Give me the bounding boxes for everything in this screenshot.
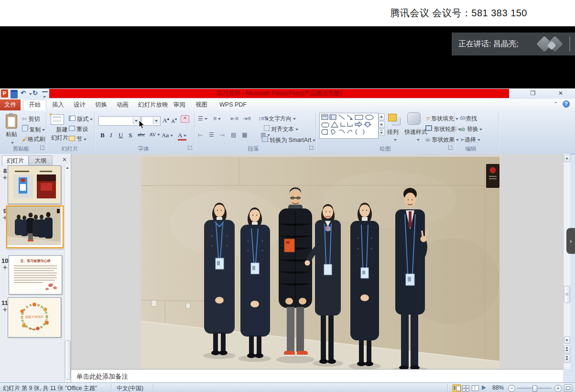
normal-view-button[interactable] (452, 384, 461, 392)
shapes-scroll-up[interactable] (379, 113, 385, 120)
change-case-button[interactable]: Aa (162, 131, 173, 139)
bold-button[interactable]: B (100, 131, 105, 139)
layout-button[interactable]: 版式 (69, 115, 93, 123)
grow-font-button[interactable]: A▴ (163, 116, 169, 124)
panel-tab-outline[interactable]: 大纲 (29, 155, 53, 166)
align-right-button[interactable]: ⟞ (220, 131, 225, 138)
zoom-slider-track[interactable] (517, 388, 552, 389)
language-indicator[interactable]: 中文(中国) (117, 384, 143, 392)
scroll-up-button[interactable] (564, 155, 570, 162)
zoom-in-button[interactable]: + (554, 385, 562, 392)
tab-transitions[interactable]: 切换 (90, 99, 112, 110)
reset-button[interactable]: 重设 (69, 125, 88, 133)
theme-name[interactable]: "Office 主题" (65, 384, 97, 392)
tab-slideshow[interactable]: 幻灯片放映 (133, 99, 174, 110)
fit-to-window-button[interactable] (564, 384, 572, 392)
reading-view-button[interactable] (471, 384, 479, 391)
panel-tab-slides[interactable]: 幻灯片 (2, 155, 29, 165)
tab-file[interactable]: 文件 (0, 99, 21, 110)
notes-pane[interactable]: 单击此处添加备注 (71, 369, 563, 383)
font-dialog-launcher[interactable] (188, 145, 193, 150)
slide-10-thumbnail[interactable]: 五、实习收获与心得 (9, 255, 62, 294)
slide-9-thumbnail[interactable] (6, 206, 64, 248)
tab-wpspdf[interactable]: WPS PDF (214, 99, 252, 110)
tab-insert[interactable]: 插入 (47, 99, 69, 110)
clear-formatting-icon[interactable]: A (181, 115, 189, 123)
animation-star-icon[interactable] (2, 175, 8, 180)
slide-canvas[interactable] (71, 154, 563, 369)
tab-home[interactable]: 开始 (23, 99, 46, 111)
slide-sorter-view-button[interactable] (462, 384, 470, 391)
align-center-button[interactable]: ☰ (209, 131, 214, 138)
char-spacing-button[interactable]: AV (149, 131, 160, 137)
align-text-button[interactable]: 对齐文本 (264, 125, 298, 133)
font-color-button[interactable]: A (178, 131, 186, 141)
arrange-button[interactable]: 排列 (387, 128, 399, 143)
redo-button[interactable]: ↻ (33, 89, 40, 98)
text-direction-button[interactable]: ⇅文字方向 (264, 115, 296, 123)
save-button[interactable] (11, 90, 18, 98)
panel-close-icon[interactable]: ✕ (62, 156, 67, 163)
increase-indent-button[interactable]: ⇥≡ (243, 115, 251, 122)
shapes-more-button[interactable] (379, 129, 385, 136)
section-button[interactable]: 节 (69, 135, 87, 143)
align-left-button[interactable]: ⟝ (198, 131, 203, 138)
clipboard-dialog-launcher[interactable] (40, 145, 45, 150)
scroll-thumb[interactable] (564, 286, 570, 303)
tab-animations[interactable]: 动画 (111, 99, 134, 110)
format-painter-button[interactable]: 🖌︎格式刷 (22, 135, 45, 143)
font-name-combo[interactable] (98, 116, 141, 126)
italic-button[interactable]: I (110, 131, 112, 139)
underline-button[interactable]: U (119, 131, 123, 139)
quick-styles-button[interactable]: 快速样式 (404, 128, 427, 143)
animation-star-icon[interactable] (2, 307, 8, 312)
shape-effects-button[interactable]: 形状效果 (425, 136, 459, 144)
distributed-button[interactable]: ▦ (242, 131, 247, 138)
panel-scroll-up-icon[interactable] (66, 167, 69, 169)
meeting-panel-toggle[interactable]: › (566, 228, 575, 254)
shrink-font-button[interactable]: A▾ (171, 117, 177, 124)
animation-star-icon[interactable] (2, 265, 8, 270)
scroll-down-button[interactable] (564, 337, 570, 344)
minimize-button[interactable]: – (497, 89, 511, 98)
tab-design[interactable]: 设计 (68, 99, 91, 110)
replace-button[interactable]: ab 替换 (460, 125, 482, 133)
paragraph-dialog-launcher[interactable] (309, 145, 314, 150)
zoom-percentage[interactable]: 88% (492, 384, 504, 391)
zoom-slider-thumb[interactable] (532, 385, 537, 392)
slide-11-thumbnail[interactable]: 感谢大家聆听 (8, 297, 61, 338)
tab-view[interactable]: 视图 (190, 99, 213, 110)
decrease-indent-button[interactable]: ⇤≡ (230, 115, 239, 122)
previous-slide-button[interactable] (564, 345, 570, 354)
next-slide-button[interactable] (564, 354, 570, 363)
undo-dropdown[interactable] (28, 89, 32, 98)
panel-scrollbar[interactable] (64, 164, 71, 382)
chevron-down-icon[interactable] (153, 117, 160, 124)
shapes-scroll-down[interactable] (379, 121, 385, 128)
maximize-button[interactable]: ❐ (526, 89, 540, 98)
undo-button[interactable]: ↶ (21, 89, 28, 98)
zoom-out-button[interactable]: – (508, 385, 515, 392)
paste-button[interactable]: 粘贴 (6, 131, 17, 139)
shape-outline-button[interactable]: 形状轮廓 (425, 125, 461, 133)
close-button[interactable]: ✕ (553, 89, 568, 98)
strikethrough-button[interactable]: abc (138, 131, 145, 137)
slideshow-view-button[interactable] (481, 384, 489, 391)
find-button[interactable]: 👓︎查找 (460, 115, 477, 123)
copy-button[interactable]: 复制 (22, 125, 45, 134)
collapse-ribbon-icon[interactable]: ⌃ (553, 101, 558, 107)
slide-8-thumbnail[interactable] (8, 165, 61, 204)
help-icon[interactable]: ? (563, 100, 570, 108)
cut-button[interactable]: ✄ 剪切 (22, 115, 40, 123)
panel-scroll-thumb[interactable] (65, 340, 71, 380)
canvas-scrollbar[interactable] (563, 154, 570, 369)
shapes-gallery[interactable] (319, 113, 379, 139)
select-button[interactable]: ➢选择 (460, 136, 480, 144)
bullets-button[interactable]: ☰ (198, 115, 207, 122)
justify-button[interactable]: ▤ (231, 131, 236, 138)
smartart-button[interactable]: 转换为 SmartArt (262, 136, 315, 144)
shape-fill-button[interactable]: 🜄形状填充 (425, 115, 458, 123)
shadow-button[interactable]: S (129, 131, 132, 139)
tab-review[interactable]: 审阅 (168, 99, 191, 110)
numbering-button[interactable]: ≡ (213, 115, 221, 122)
